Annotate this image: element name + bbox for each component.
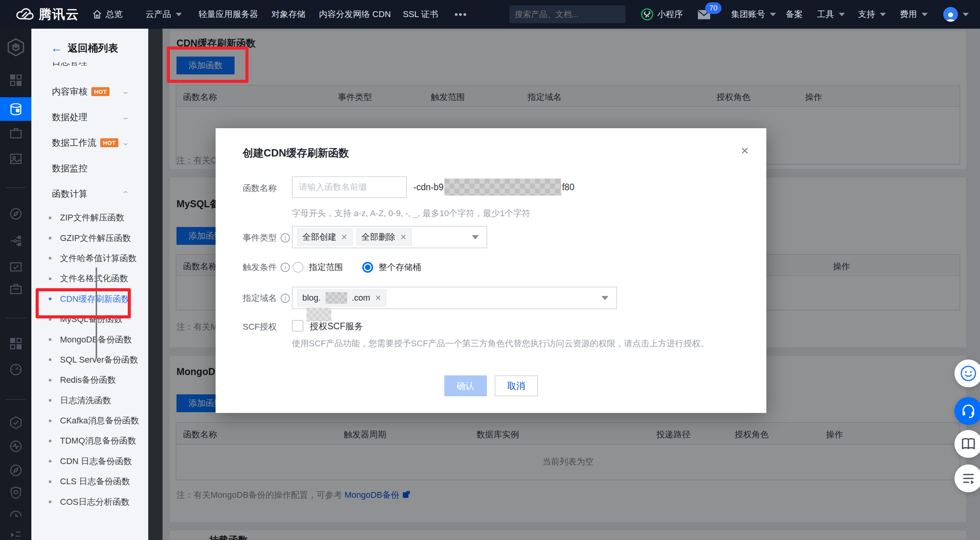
rail-divider (5, 399, 26, 400)
nav-account[interactable] (943, 0, 969, 29)
rail-globe-icon[interactable] (0, 463, 31, 477)
info-icon[interactable]: i (281, 233, 290, 242)
survey-list-button[interactable] (954, 464, 980, 492)
rail-storage-selected-icon[interactable] (0, 97, 31, 121)
bullet-icon (49, 217, 51, 219)
sidebar-item-sqlserver-backup[interactable]: SQL Server备份函数 (31, 350, 148, 370)
bullet-icon (49, 480, 51, 483)
rail-clock-icon[interactable] (0, 508, 31, 522)
sidebar-item-ckafka-backup[interactable]: CKafka消息备份函数 (31, 411, 148, 431)
scf-checkbox-label: 授权SCF服务 (310, 320, 363, 332)
nav-miniprogram[interactable]: 小程序 (641, 0, 683, 29)
dropdown-caret-icon[interactable] (601, 296, 608, 300)
sidebar-item-cos-log-analysis[interactable]: COS日志分析函数 (31, 492, 148, 512)
nav-more[interactable]: ••• (454, 0, 467, 29)
sidebar-item-filename-format[interactable]: 文件名格式化函数 (31, 268, 148, 289)
sidebar-item-tdmq-backup[interactable]: TDMQ消息备份函数 (31, 431, 148, 451)
back-to-bucket-list[interactable]: ← 返回桶列表 (31, 40, 118, 57)
function-name-suffix: -cdn-b9f80 (413, 176, 574, 198)
nav-support[interactable]: 支持 (858, 0, 886, 29)
function-name-help: 字母开头，支持 a-z, A-Z, 0-9, -, _, 最多10个字符，最少1… (292, 208, 530, 219)
dropdown-caret-icon[interactable] (472, 235, 479, 239)
radio-whole-bucket[interactable] (362, 262, 373, 273)
blurred-bucket-id (444, 179, 561, 196)
rail-activity-icon[interactable] (0, 439, 31, 453)
user-icon (945, 11, 956, 22)
rail-apps-icon[interactable] (0, 73, 31, 87)
bullet-icon (49, 237, 51, 239)
nav-products[interactable]: 云产品 (146, 0, 182, 29)
scf-auth-checkbox[interactable] (292, 320, 303, 332)
rail-divider (5, 318, 26, 318)
confirm-button[interactable]: 确认 (444, 375, 487, 396)
sidebar-item-cdn-refresh[interactable]: CDN缓存刷新函数 (31, 289, 148, 309)
nav-cos[interactable]: 对象存储 (271, 0, 305, 29)
hot-badge: HOT (91, 87, 110, 96)
search-input[interactable] (515, 10, 620, 19)
sidebar-item-gzip-unzip[interactable]: GZIP文件解压函数 (31, 228, 148, 248)
info-icon[interactable]: i (281, 294, 290, 303)
nav-tools[interactable]: 工具 (817, 0, 845, 29)
tencent-cloud-logo[interactable]: 腾讯云 (15, 0, 79, 29)
sidebar-item-cls-log-backup[interactable]: CLS 日志备份函数 (31, 471, 148, 492)
feedback-smiley-button[interactable] (954, 359, 980, 387)
rail-gauge-icon[interactable] (0, 363, 31, 377)
sidebar-item-cdn-log-backup[interactable]: CDN 日志备份函数 (31, 451, 148, 471)
bucket-sidebar: ← 返回桶列表 日志管理 内容审核 HOT ⌄ 数据处理 ⌄ 数据工作流 HOT… (31, 29, 148, 540)
rail-hexagon-icon[interactable] (0, 416, 31, 430)
rail-workflow-icon[interactable] (0, 234, 31, 248)
remove-tag-icon[interactable]: ✕ (400, 232, 407, 242)
sidebar-item-clipped[interactable]: 日志管理 (52, 62, 87, 72)
bullet-icon (49, 277, 51, 280)
rail-batch-icon[interactable] (0, 282, 31, 296)
remove-tag-icon[interactable]: ✕ (375, 293, 381, 303)
sidebar-item-data-workflow[interactable]: 数据工作流 HOT ⌄ (31, 130, 148, 155)
nav-group-account[interactable]: 集团账号 (731, 0, 776, 29)
sidebar-item-data-processing[interactable]: 数据处理 ⌄ (31, 104, 148, 130)
nav-overview[interactable]: 总览 (92, 0, 123, 29)
cancel-button[interactable]: 取消 (495, 375, 538, 396)
sidebar-item-mysql-backup[interactable]: MySQL备份函数 (31, 309, 148, 329)
chevron-down-icon (880, 13, 886, 16)
nav-billing[interactable]: 费用 (900, 0, 928, 29)
function-name-input[interactable] (292, 176, 407, 198)
domain-select[interactable]: blog..com ✕ (292, 287, 617, 309)
sidebar-item-function-compute[interactable]: 函数计算 ⌃ (31, 181, 148, 206)
nav-search[interactable] (509, 5, 625, 23)
docs-book-button[interactable] (954, 430, 980, 458)
sidebar-item-content-audit[interactable]: 内容审核 HOT ⌄ (31, 79, 148, 104)
rail-task-icon[interactable] (0, 260, 31, 274)
sidebar-item-log-clean[interactable]: 日志清洗函数 (31, 390, 148, 411)
nav-cdn[interactable]: 内容分发网络 CDN (319, 0, 391, 29)
sidebar-item-redis-backup[interactable]: Redis备份函数 (31, 370, 148, 390)
nav-ssl[interactable]: SSL 证书 (403, 0, 438, 29)
rail-media-icon[interactable] (0, 152, 31, 166)
hot-badge: HOT (100, 138, 118, 147)
sidebar-item-mongodb-backup[interactable]: MongoDB备份函数 (31, 329, 148, 349)
nav-lighthouse[interactable]: 轻量应用服务器 (199, 0, 258, 29)
rail-grid-icon[interactable] (0, 337, 31, 351)
info-icon[interactable]: i (281, 263, 290, 272)
rail-cos-product-icon[interactable] (0, 37, 31, 57)
logo-text: 腾讯云 (39, 6, 79, 23)
sidebar-item-data-monitor[interactable]: 数据监控 (31, 155, 148, 181)
sidebar-item-zip-unzip[interactable]: ZIP文件解压函数 (31, 208, 148, 228)
bullet-icon (49, 298, 51, 300)
event-type-select[interactable]: 全部创建✕ 全部删除✕ (292, 226, 487, 248)
sidebar-scrollbar-thumb[interactable] (96, 267, 97, 359)
domain-label: 指定域名 i (243, 292, 290, 304)
rail-compass-icon[interactable] (0, 207, 31, 221)
sidebar-item-file-hash[interactable]: 文件哈希值计算函数 (31, 248, 148, 268)
bullet-icon (49, 460, 51, 463)
close-icon[interactable]: × (741, 144, 749, 157)
rail-shield-icon[interactable] (0, 486, 31, 500)
rail-terminal-list-icon[interactable] (0, 529, 31, 540)
rail-toolbox-icon[interactable] (0, 126, 31, 140)
support-headset-button[interactable] (954, 397, 980, 425)
radio-specified-scope[interactable] (293, 262, 303, 273)
remove-tag-icon[interactable]: ✕ (341, 232, 348, 242)
cloud-logo-icon (15, 7, 35, 22)
search-icon[interactable] (620, 9, 620, 19)
nav-beian[interactable]: 备案 (786, 0, 803, 29)
home-icon (92, 9, 102, 19)
